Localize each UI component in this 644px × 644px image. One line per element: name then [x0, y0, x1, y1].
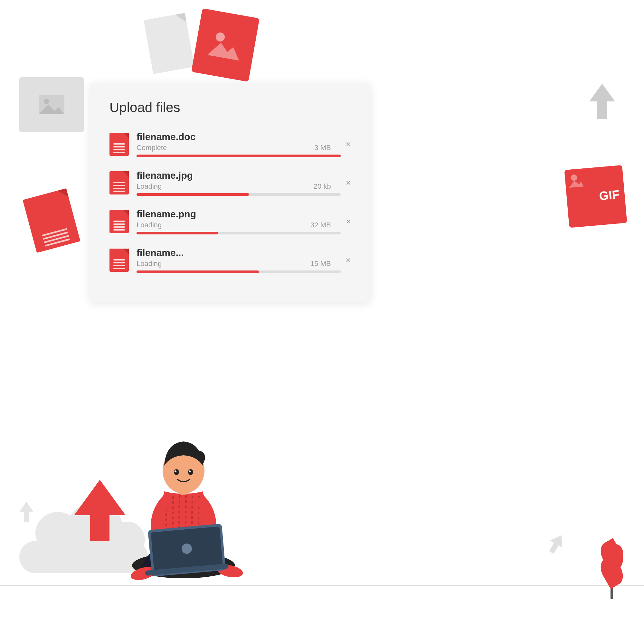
svg-point-5: [571, 174, 578, 181]
svg-point-12: [174, 469, 179, 475]
file-info: filename.doc Complete 3 MB: [137, 131, 341, 157]
deco-doc-red-left: [23, 188, 80, 253]
deco-person: [119, 427, 254, 589]
deco-gif-badge: GIF: [564, 165, 627, 228]
deco-paper-gray-top: [144, 13, 194, 74]
deco-arrows-gray-right-bottom: [549, 534, 563, 554]
file-status: Loading: [137, 182, 162, 191]
file-status: Complete: [137, 144, 167, 152]
file-list: filename.doc Complete 3 MB ×: [109, 131, 351, 273]
file-status: Loading: [137, 260, 162, 268]
close-button[interactable]: ×: [346, 255, 351, 265]
upload-card: Upload files filename.doc Complete 3 MB: [90, 84, 370, 302]
close-button[interactable]: ×: [346, 178, 351, 188]
close-button[interactable]: ×: [346, 139, 351, 149]
progress-bar-fill: [137, 193, 249, 196]
close-button[interactable]: ×: [346, 216, 351, 227]
svg-point-13: [175, 470, 176, 472]
svg-point-15: [189, 470, 191, 472]
file-status-row: Loading 15 MB: [137, 260, 341, 268]
deco-arrow-red-up: [74, 480, 126, 541]
svg-marker-4: [207, 41, 241, 61]
progress-bar-container: [137, 193, 341, 196]
progress-bar-fill: [137, 232, 218, 234]
progress-bar-container: [137, 155, 341, 157]
deco-gray-image-left: [19, 77, 84, 132]
progress-bar-container: [137, 232, 341, 234]
file-size: 32 MB: [310, 221, 331, 229]
file-info: filename.png Loading 32 MB: [137, 209, 341, 234]
file-icon: [109, 210, 129, 233]
file-item: filename.doc Complete 3 MB ×: [109, 131, 351, 157]
file-size: 20 kb: [314, 182, 331, 191]
file-name: filename...: [137, 247, 341, 258]
file-info: filename... Loading 15 MB: [137, 247, 341, 273]
file-item: filename.jpg Loading 20 kb ×: [109, 170, 351, 196]
progress-bar-fill: [137, 155, 341, 157]
file-size: 15 MB: [310, 260, 331, 268]
deco-red-image-top: [191, 8, 260, 82]
file-item: filename.png Loading 32 MB ×: [109, 209, 351, 234]
file-name: filename.doc: [137, 131, 341, 142]
svg-point-3: [215, 32, 225, 42]
file-status-row: Complete 3 MB: [137, 144, 341, 152]
gif-label: GIF: [599, 187, 620, 203]
svg-point-1: [44, 99, 49, 104]
deco-plant: [599, 535, 625, 599]
progress-bar-fill: [137, 270, 259, 273]
file-icon: [109, 171, 129, 194]
deco-arrow-up-right: [589, 84, 615, 119]
file-item: filename... Loading 15 MB ×: [109, 247, 351, 273]
file-status-row: Loading 32 MB: [137, 221, 341, 229]
svg-point-14: [188, 469, 193, 475]
upload-card-title: Upload files: [109, 100, 351, 115]
progress-bar-container: [137, 270, 341, 273]
file-status: Loading: [137, 221, 162, 229]
file-icon: [109, 133, 129, 156]
file-status-row: Loading 20 kb: [137, 182, 341, 191]
file-icon: [109, 249, 129, 272]
svg-marker-6: [569, 180, 584, 188]
file-info: filename.jpg Loading 20 kb: [137, 170, 341, 196]
file-name: filename.jpg: [137, 170, 341, 181]
illustration-scene: GIF Upload files: [0, 0, 644, 644]
ground-line: [0, 585, 644, 586]
file-size: 3 MB: [314, 144, 331, 152]
svg-point-20: [182, 544, 192, 554]
file-name: filename.png: [137, 209, 341, 220]
